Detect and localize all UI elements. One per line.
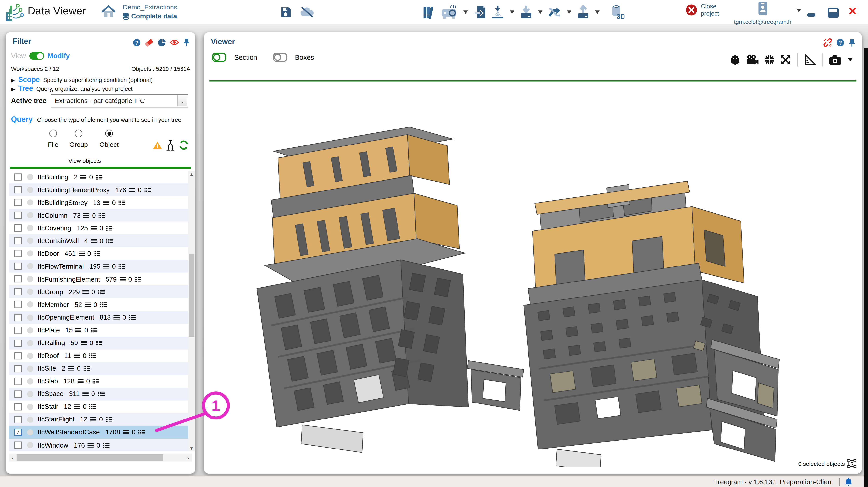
row-checkbox[interactable] (14, 250, 22, 257)
row-visibility-dot[interactable] (27, 429, 33, 435)
cube-3d-icon[interactable]: 3D (608, 4, 624, 20)
grid-list-icon[interactable] (103, 442, 110, 448)
list-item[interactable]: IfcDoor 461 0 (9, 247, 192, 260)
measure-icon[interactable] (804, 54, 816, 66)
camera-icon[interactable] (829, 55, 842, 65)
download-tray-icon[interactable] (519, 5, 533, 19)
list-lines-icon[interactable] (114, 315, 120, 320)
row-checkbox[interactable] (14, 199, 22, 206)
minimize-icon[interactable] (807, 13, 815, 17)
row-checkbox[interactable] (14, 441, 22, 449)
row-visibility-dot[interactable] (27, 442, 33, 448)
list-item[interactable]: IfcRoof 11 0 (9, 349, 192, 362)
help-icon[interactable]: ? (836, 39, 844, 47)
row-visibility-dot[interactable] (27, 174, 33, 180)
list-item[interactable]: IfcWindow 176 0 (9, 439, 192, 452)
projector-dropdown-caret[interactable] (463, 10, 468, 13)
row-checkbox[interactable] (14, 173, 22, 180)
grid-list-icon[interactable] (105, 417, 112, 422)
scope-expand-arrow[interactable]: ▶ (11, 78, 15, 83)
row-visibility-dot[interactable] (27, 391, 33, 397)
list-item[interactable]: IfcBuildingStorey 13 0 (9, 196, 192, 209)
select-objects-icon[interactable] (847, 459, 856, 468)
list-lines-icon[interactable] (83, 289, 89, 295)
video-camera-icon[interactable] (746, 54, 759, 65)
list-lines-icon[interactable] (88, 442, 94, 448)
grid-list-icon[interactable] (119, 263, 125, 269)
grid-list-icon[interactable] (106, 238, 113, 244)
list-item[interactable]: IfcSite 2 0 (9, 362, 192, 375)
list-item[interactable]: IfcFlowTerminal 195 0 (9, 260, 192, 273)
list-lines-icon[interactable] (103, 200, 109, 205)
row-visibility-dot[interactable] (27, 200, 33, 206)
radio-file[interactable]: File (39, 130, 67, 148)
row-visibility-dot[interactable] (27, 365, 33, 372)
list-item[interactable]: IfcPlate 15 0 (9, 324, 192, 337)
grid-list-icon[interactable] (100, 302, 107, 307)
row-visibility-dot[interactable] (27, 340, 33, 346)
row-checkbox[interactable] (14, 276, 22, 283)
list-item[interactable]: IfcStairFlight 12 0 (9, 413, 192, 426)
save-icon[interactable] (280, 6, 292, 18)
row-visibility-dot[interactable] (27, 238, 33, 244)
grid-list-icon[interactable] (135, 276, 142, 282)
row-visibility-dot[interactable] (27, 417, 33, 423)
scroll-up-icon[interactable]: ▲ (188, 171, 195, 177)
scope-label[interactable]: Scope (18, 76, 40, 84)
grid-list-icon[interactable] (145, 187, 151, 193)
project-name[interactable]: Demo_Extractions (123, 3, 177, 11)
row-checkbox[interactable] (14, 391, 22, 398)
user-account[interactable]: tgm.cclot@treegram.fr (730, 1, 796, 25)
list-lines-icon[interactable] (90, 417, 96, 422)
list-item[interactable]: IfcOpeningElement 818 0 (9, 311, 192, 324)
view-modify-toggle[interactable] (29, 52, 44, 60)
radio-group[interactable]: Group (65, 130, 92, 148)
row-visibility-dot[interactable] (27, 212, 33, 218)
list-item[interactable]: IfcGroup 229 0 (9, 285, 192, 298)
list-item[interactable]: IfcSlab 128 0 (9, 375, 192, 388)
row-checkbox[interactable] (14, 237, 22, 245)
chevron-down-icon[interactable]: ⌄ (177, 95, 187, 106)
tree-label[interactable]: Tree (18, 84, 33, 93)
grid-list-icon[interactable] (119, 200, 125, 205)
list-lines-icon[interactable] (123, 430, 129, 435)
list-item[interactable]: IfcStair 12 0 (9, 400, 192, 413)
row-visibility-dot[interactable] (27, 251, 33, 257)
row-checkbox[interactable] (14, 378, 22, 385)
list-lines-icon[interactable] (77, 378, 84, 384)
row-visibility-dot[interactable] (27, 314, 33, 321)
list-lines-icon[interactable] (74, 404, 80, 410)
row-checkbox[interactable] (14, 314, 22, 321)
row-visibility-dot[interactable] (27, 378, 33, 384)
import-file-icon[interactable] (474, 5, 487, 19)
section-toggle[interactable] (212, 53, 226, 62)
tree-section[interactable]: ▶ Tree Query, organize, analyse your pro… (11, 84, 132, 93)
list-item[interactable]: IfcRailing 59 0 (9, 337, 192, 349)
boxes-toggle[interactable] (273, 53, 287, 62)
collapse-icon[interactable] (764, 54, 775, 65)
list-item[interactable]: IfcBuilding 2 0 (9, 171, 192, 183)
row-checkbox[interactable] (14, 326, 22, 334)
list-item[interactable]: IfcCurtainWall 4 0 (9, 234, 192, 247)
grid-list-icon[interactable] (89, 404, 96, 410)
list-lines-icon[interactable] (103, 263, 109, 269)
grid-list-icon[interactable] (84, 366, 90, 371)
user-dropdown-caret[interactable] (797, 9, 801, 12)
list-item[interactable]: IfcBuildingElementProxy 176 0 (9, 183, 192, 196)
row-checkbox[interactable] (14, 416, 22, 423)
list-lines-icon[interactable] (129, 187, 135, 193)
row-checkbox[interactable] (14, 263, 22, 270)
list-lines-icon[interactable] (83, 391, 89, 397)
list-item[interactable]: IfcSpace 311 0 (9, 388, 192, 401)
row-checkbox[interactable] (14, 211, 22, 219)
grid-list-icon[interactable] (93, 378, 99, 384)
row-checkbox[interactable]: ✓ (14, 429, 22, 436)
row-visibility-dot[interactable] (27, 353, 33, 359)
grid-list-icon[interactable] (129, 315, 135, 320)
grid-list-icon[interactable] (138, 430, 145, 435)
list-item[interactable]: IfcCovering 125 0 (9, 222, 192, 234)
grid-list-icon[interactable] (96, 174, 102, 180)
eye-icon[interactable] (170, 39, 179, 46)
list-lines-icon[interactable] (83, 212, 89, 218)
scope-section[interactable]: ▶ Scope Specify a superfiltering conditi… (11, 76, 153, 84)
